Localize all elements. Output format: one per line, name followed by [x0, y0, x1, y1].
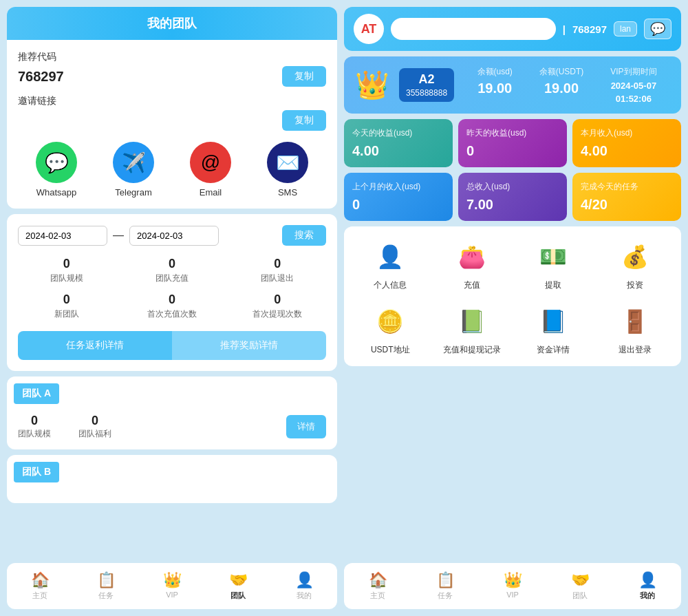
profile-label: 个人信息 — [374, 280, 407, 291]
recharge-label: 充值 — [464, 280, 480, 291]
copy-referral-button[interactable]: 复制 — [282, 66, 326, 87]
share-telegram[interactable]: ✈️ Telegram — [113, 142, 154, 198]
date-row: — 搜索 — [18, 225, 326, 246]
team-card: 我的团队 推荐代码 768297 复制 邀请链接 复制 💬 Whatsapp ✈… — [7, 7, 337, 209]
stat-item: 0 团队充值 — [123, 257, 220, 284]
menu-profile[interactable]: 👤 个人信息 — [355, 237, 426, 291]
vip-label: VIP — [166, 591, 178, 599]
invest-label: 投资 — [627, 280, 643, 291]
stat-value: 0 — [123, 293, 220, 307]
stat-label: 首次充值次数 — [123, 308, 220, 320]
menu-withdraw[interactable]: 💵 提取 — [518, 237, 589, 291]
menu-usdt[interactable]: 🪙 USDT地址 — [355, 302, 426, 356]
task-icon-r: 📋 — [436, 571, 455, 589]
vip-expire-label: VIP到期时间 — [610, 66, 656, 78]
menu-records[interactable]: 📗 充值和提现记录 — [437, 302, 508, 356]
team-label: 团队 — [230, 591, 246, 601]
nav-home-left[interactable]: 🏠 主页 — [7, 569, 73, 604]
nav-team-left[interactable]: 🤝 团队 — [205, 569, 271, 604]
share-whatsapp[interactable]: 💬 Whatsapp — [36, 142, 77, 198]
right-top-bar: AT | 768297 lan 💬 — [344, 7, 681, 51]
month-income-value: 4.00 — [581, 143, 673, 159]
task-label: 任务 — [98, 591, 114, 601]
left-panel: 我的团队 推荐代码 768297 复制 邀请链接 复制 💬 Whatsapp ✈… — [7, 7, 337, 609]
telegram-icon: ✈️ — [113, 142, 154, 183]
usdt-icon: 🪙 — [371, 302, 409, 341]
team-a-size-label: 团队规模 — [18, 428, 51, 440]
stat-label: 团队充值 — [123, 273, 220, 284]
yesterday-earnings-value: 0 — [466, 143, 559, 159]
referral-reward-button[interactable]: 推荐奖励详情 — [172, 331, 326, 360]
team-b-body — [7, 489, 337, 503]
vip-icon: 👑 — [163, 571, 182, 589]
nav-team-right[interactable]: 🤝 团队 — [546, 569, 614, 604]
sms-label: SMS — [278, 187, 297, 198]
home-icon-r: 🏠 — [369, 571, 387, 589]
vip-balance-usd-label: 余额(usd) — [477, 66, 513, 78]
nav-my-right[interactable]: 👤 我的 — [614, 569, 681, 604]
stat-value: 0 — [18, 293, 115, 307]
today-earnings-value: 4.00 — [352, 143, 444, 159]
stat-label: 首次提现次数 — [229, 308, 326, 320]
nav-my-left[interactable]: 👤 我的 — [271, 569, 337, 604]
nav-vip-right[interactable]: 👑 VIP — [479, 569, 546, 604]
menu-funds[interactable]: 📘 资金详情 — [518, 302, 589, 356]
date-from-input[interactable] — [18, 226, 107, 246]
share-sms[interactable]: ✉️ SMS — [267, 142, 308, 198]
last-month-value: 0 — [352, 197, 444, 213]
my-icon-r: 👤 — [638, 571, 657, 589]
referral-code: 768297 — [18, 69, 64, 85]
recharge-icon: 👛 — [453, 237, 491, 276]
nav-vip-left[interactable]: 👑 VIP — [139, 569, 205, 604]
stat-label: 团队规模 — [18, 273, 115, 284]
nav-task-right[interactable]: 📋 任务 — [411, 569, 479, 604]
invest-icon: 💰 — [616, 237, 654, 276]
funds-label: 资金详情 — [537, 345, 570, 356]
withdraw-label: 提取 — [545, 280, 561, 291]
stat-value: 0 — [229, 257, 326, 271]
team-icon: 🤝 — [229, 571, 248, 589]
task-rebate-button[interactable]: 任务返利详情 — [18, 331, 172, 360]
share-icons: 💬 Whatsapp ✈️ Telegram @ Email ✉️ SMS — [18, 142, 326, 198]
usdt-label: USDT地址 — [371, 345, 410, 356]
chat-button[interactable]: 💬 — [644, 19, 671, 39]
copy-invite-button[interactable]: 复制 — [282, 110, 326, 131]
stat-label: 团队退出 — [229, 273, 326, 284]
date-to-input[interactable] — [129, 226, 219, 246]
search-button[interactable]: 搜索 — [282, 225, 326, 246]
vip-balance-usdt: 余额(USDT) 19.00 — [539, 66, 584, 104]
right-search-input[interactable] — [391, 18, 556, 40]
team-a-size-value: 0 — [18, 414, 51, 428]
share-email[interactable]: @ Email — [190, 142, 231, 198]
stats-cards: 今天的收益(usd) 4.00 昨天的收益(usd) 0 本月收入(usd) 4… — [344, 119, 681, 221]
my-label: 我的 — [297, 591, 312, 601]
vip-balance-usd-value: 19.00 — [477, 81, 513, 96]
stat-value: 0 — [123, 257, 220, 271]
right-bottom-nav: 🏠 主页 📋 任务 👑 VIP 🤝 团队 👤 我的 — [344, 563, 681, 609]
stat-card-total: 总收入(usd) 7.00 — [458, 173, 567, 221]
vip-id: 355888888 — [406, 88, 447, 98]
stat-item: 0 首次提现次数 — [229, 293, 326, 320]
language-button[interactable]: lan — [614, 21, 637, 36]
team-a-header: 团队 A — [14, 383, 59, 404]
home-label: 主页 — [32, 591, 47, 601]
team-a-stats: 0 团队规模 0 团队福利 — [18, 414, 286, 440]
nav-task-left[interactable]: 📋 任务 — [73, 569, 139, 604]
team-icon-r: 🤝 — [571, 571, 590, 589]
vip-expire-time: 01:52:06 — [610, 94, 656, 104]
menu-invest[interactable]: 💰 投资 — [600, 237, 671, 291]
nav-home-right[interactable]: 🏠 主页 — [344, 569, 411, 604]
menu-logout[interactable]: 🚪 退出登录 — [600, 302, 671, 356]
invite-label: 邀请链接 — [18, 95, 326, 107]
stat-card-yesterday: 昨天的收益(usd) 0 — [458, 119, 567, 167]
menu-recharge[interactable]: 👛 充值 — [437, 237, 508, 291]
crown-icon: 👑 — [355, 69, 389, 101]
profile-icon: 👤 — [371, 237, 409, 276]
team-a-body: 0 团队规模 0 团队福利 详情 — [7, 411, 337, 449]
vip-balance-usdt-label: 余额(USDT) — [539, 66, 584, 78]
stat-item: 0 团队规模 — [18, 257, 115, 284]
records-label: 充值和提现记录 — [443, 345, 501, 356]
team-a-detail-button[interactable]: 详情 — [286, 415, 326, 438]
stat-card-last-month: 上个月的收入(usd) 0 — [344, 173, 453, 221]
vip-label-r: VIP — [506, 591, 519, 599]
